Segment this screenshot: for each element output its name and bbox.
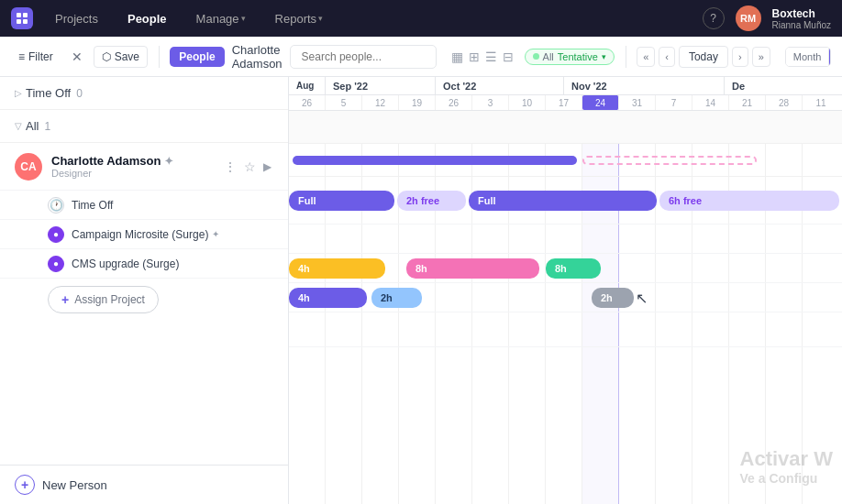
all-section-header[interactable]: ▽ All 1 xyxy=(0,110,288,143)
user-info: Boxtech Rianna Muñoz xyxy=(772,7,831,30)
campaign-bar-green: 8h xyxy=(546,258,601,279)
all-count: 1 xyxy=(44,120,50,133)
tentative-label: Tentative xyxy=(558,51,598,62)
toggle-view-icon[interactable]: ⊞ xyxy=(469,49,480,64)
day-row: 26 5 12 19 26 3 10 17 24 31 7 14 21 28 1… xyxy=(289,95,842,110)
day-31: 31 xyxy=(619,95,656,110)
expand-person-icon[interactable]: ▶ xyxy=(261,159,273,175)
new-person-row[interactable]: + New Person xyxy=(0,465,288,504)
all-bar-dashed xyxy=(582,156,757,165)
nav-logo[interactable] xyxy=(11,7,33,29)
day-5: 5 xyxy=(326,95,362,110)
day-10: 10 xyxy=(509,95,546,110)
month-nov: Nov '22 xyxy=(564,77,725,94)
watermark: Activar W Ve a Configu xyxy=(740,447,833,486)
search-input[interactable] xyxy=(290,45,437,69)
person-tl-row: Full 2h free Full 6h free xyxy=(289,177,842,225)
day-19: 19 xyxy=(399,95,436,110)
assign-plus-icon: + xyxy=(61,292,69,307)
svg-rect-1 xyxy=(23,13,28,17)
nav-item-reports[interactable]: Reports ▾ xyxy=(268,8,331,29)
star-icon[interactable]: ☆ xyxy=(242,158,258,176)
assign-tl-row xyxy=(289,312,842,347)
cms-bar-purple: 4h xyxy=(289,288,367,308)
day-12: 12 xyxy=(362,95,399,110)
filter-button[interactable]: ≡ Filter xyxy=(11,47,61,67)
timeoff-sub-row: 🕐 Time Off xyxy=(0,191,288,220)
timeline-header: Aug Sep '22 Oct '22 Nov '22 De 26 5 12 1… xyxy=(289,77,842,111)
timeoff-sub-tl-row xyxy=(289,225,842,254)
nav-double-prev[interactable]: « xyxy=(637,47,655,67)
filter-view-icon[interactable]: ⊟ xyxy=(503,49,514,64)
more-icon[interactable]: ⋮ xyxy=(222,158,238,176)
month-oct: Oct '22 xyxy=(436,77,564,94)
chart-view-icon[interactable]: ▦ xyxy=(451,49,463,64)
save-button[interactable]: ⬡ Save xyxy=(94,46,148,68)
bar-full-2: Full xyxy=(469,191,657,211)
bar-6h-free: 6h free xyxy=(659,191,839,211)
svg-rect-3 xyxy=(23,19,28,24)
month-aug: Aug xyxy=(289,77,326,94)
month-row: Aug Sep '22 Oct '22 Nov '22 De xyxy=(289,77,842,95)
timeoff-title: Time Off xyxy=(26,86,71,100)
cms-bar-gray: 2h xyxy=(592,288,634,308)
tentative-badge[interactable]: All Tentative ▾ xyxy=(525,49,615,65)
day-11: 11 xyxy=(803,95,839,110)
campaign-bar-pink: 8h xyxy=(406,258,539,279)
campaign-sub-row: ● Campaign Microsite (Surge) ✦ xyxy=(0,220,288,249)
campaign-tl-row: 4h 8h 8h xyxy=(289,254,842,283)
today-button[interactable]: Today xyxy=(679,46,728,68)
save-icon: ⬡ xyxy=(102,50,111,63)
cms-bar-blue: 2h xyxy=(371,288,422,308)
cursor-icon: ↖ xyxy=(636,289,648,306)
user-name: Rianna Muñoz xyxy=(772,20,831,30)
nav-prev[interactable]: ‹ xyxy=(659,47,675,67)
nav-item-manage[interactable]: Manage ▾ xyxy=(189,8,253,29)
view-toggle-group: Month Quarter Half Year xyxy=(785,47,831,67)
nav-item-people[interactable]: People xyxy=(120,8,174,29)
left-panel-spacer xyxy=(0,321,288,465)
assign-project-button[interactable]: + Assign Project xyxy=(48,286,159,313)
nav-item-projects[interactable]: Projects xyxy=(48,8,105,29)
verified-icon: ✦ xyxy=(164,155,173,168)
all-expand-icon: ▽ xyxy=(15,121,22,131)
tentative-chevron: ▾ xyxy=(602,52,606,61)
clear-filter-button[interactable]: ✕ xyxy=(68,48,86,66)
cms-sub-row: ● CMS upgrade (Surge) xyxy=(0,249,288,279)
help-button[interactable]: ? xyxy=(703,7,725,29)
people-badge: People xyxy=(170,47,224,67)
all-bar-solid xyxy=(293,156,577,165)
left-panel: ▷ Time Off 0 ▽ All 1 CA Charlotte Adamso… xyxy=(0,77,289,504)
bar-2h-free: 2h free xyxy=(397,191,466,211)
person-role: Designer xyxy=(51,168,213,179)
timeoff-tl-row xyxy=(289,111,842,144)
top-nav: Projects People Manage ▾ Reports ▾ ? RM … xyxy=(0,0,842,37)
nav-double-next[interactable]: » xyxy=(752,47,770,67)
new-person-plus: + xyxy=(15,475,35,495)
nav-avatar[interactable]: RM xyxy=(736,5,761,31)
month-view-btn[interactable]: Month xyxy=(786,48,830,66)
cms-icon: ● xyxy=(48,256,64,272)
quarter-view-btn[interactable]: Quarter xyxy=(829,48,831,66)
cms-tl-row: 4h 2h 2h ↖ xyxy=(289,283,842,312)
all-dot xyxy=(533,53,539,60)
campaign-badge-icon: ✦ xyxy=(212,229,219,239)
timeoff-label: Time Off xyxy=(72,199,113,212)
assign-project-row: + Assign Project xyxy=(0,279,288,321)
bar-full-1: Full xyxy=(289,191,394,211)
timeline-body: Full 2h free Full 6h free 4h 8h 8h 4h 2h… xyxy=(289,111,842,504)
list-view-icon[interactable]: ☰ xyxy=(485,49,497,64)
person-row: CA Charlotte Adamson ✦ Designer ⋮ ☆ ▶ xyxy=(0,143,288,191)
timeoff-section-header[interactable]: ▷ Time Off 0 xyxy=(0,77,288,110)
main-content: ▷ Time Off 0 ▽ All 1 CA Charlotte Adamso… xyxy=(0,77,842,504)
nav-next[interactable]: › xyxy=(732,47,748,67)
all-tl-row xyxy=(289,144,842,177)
day-17: 17 xyxy=(546,95,582,110)
user-company: Boxtech xyxy=(772,7,831,20)
campaign-bar-yellow: 4h xyxy=(289,258,385,279)
person-name-label: Charlotte Adamson xyxy=(232,43,283,71)
month-sep: Sep '22 xyxy=(326,77,436,94)
new-person-label: New Person xyxy=(42,478,107,492)
day-21: 21 xyxy=(729,95,766,110)
day-14: 14 xyxy=(692,95,729,110)
